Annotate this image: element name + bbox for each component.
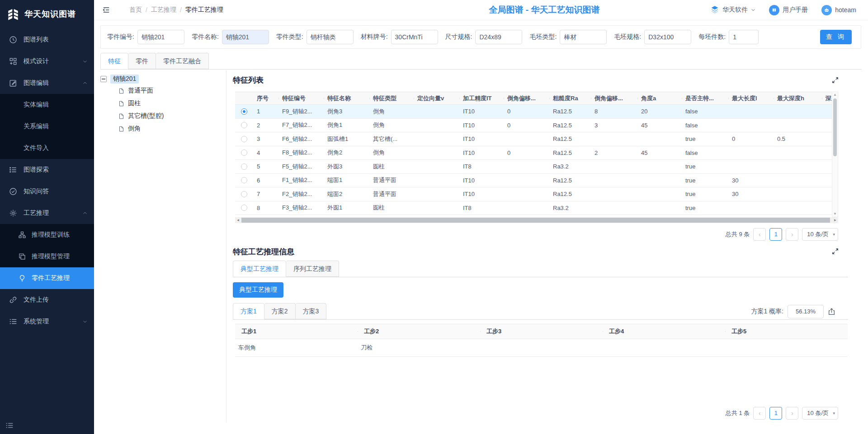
tree-node-1[interactable]: 圆柱 bbox=[118, 97, 223, 110]
breadcrumb-separator: / bbox=[180, 6, 182, 14]
scroll-right-arrow[interactable]: ► bbox=[832, 217, 838, 223]
horizontal-scrollbar[interactable]: ◄ ► bbox=[235, 217, 838, 223]
sidebar-item-0[interactable]: 图谱列表 bbox=[0, 29, 94, 51]
sidebar-item-label: 系统管理 bbox=[24, 317, 49, 326]
breadcrumb-item-0[interactable]: 首页 bbox=[129, 6, 142, 14]
plan-tab-1[interactable]: 方案2 bbox=[264, 303, 296, 319]
next-page-button[interactable]: › bbox=[786, 407, 798, 420]
sidebar-item-4[interactable]: 关系编辑 bbox=[0, 116, 94, 137]
probability-value: 56.13% bbox=[788, 305, 824, 318]
scroll-down-arrow[interactable]: ▼ bbox=[832, 211, 838, 217]
hscroll-thumb[interactable] bbox=[241, 218, 830, 223]
page-number[interactable]: 1 bbox=[769, 228, 782, 241]
row-radio[interactable] bbox=[241, 136, 247, 142]
page-number[interactable]: 1 bbox=[769, 407, 782, 420]
field-input[interactable]: D32x100 bbox=[644, 30, 691, 44]
field-input[interactable]: 销轴201 bbox=[137, 30, 184, 44]
clock-icon bbox=[9, 36, 17, 44]
row-radio[interactable] bbox=[241, 205, 247, 211]
field-input[interactable]: 30CrMnTi bbox=[391, 30, 438, 44]
sidebar-item-6[interactable]: 图谱探索 bbox=[0, 159, 94, 181]
user-manual-link[interactable]: 用户手册 bbox=[769, 5, 808, 15]
sidebar-item-11[interactable]: 零件工艺推理 bbox=[0, 267, 94, 289]
user-account[interactable]: hoteam bbox=[821, 5, 856, 15]
company-menu[interactable]: 华天软件 bbox=[710, 5, 755, 14]
view-tab-2[interactable]: 零件工艺融合 bbox=[156, 53, 209, 69]
inference-tab-1[interactable]: 序列工艺推理 bbox=[286, 261, 339, 277]
table-row[interactable]: 4F8_销轴2...倒角2倒角IT100Ra12.5245false bbox=[235, 146, 835, 160]
chevron-down-icon bbox=[82, 59, 88, 64]
row-radio[interactable] bbox=[241, 108, 247, 115]
table-row[interactable]: 2F7_销轴2...倒角1倒角IT100Ra12.5345false bbox=[235, 119, 835, 133]
inference-tab-0[interactable]: 典型工艺推理 bbox=[233, 261, 286, 277]
tree-root-node[interactable]: 销轴201 bbox=[100, 74, 223, 84]
table-row[interactable]: 6F1_销轴2...端面1普通平面IT10Ra12.5true30 bbox=[235, 174, 835, 188]
row-radio[interactable] bbox=[241, 149, 247, 156]
sidebar-item-9[interactable]: 推理模型训练 bbox=[0, 224, 94, 246]
sidebar-item-1[interactable]: 模式设计 bbox=[0, 51, 94, 72]
view-tab-1[interactable]: 零件 bbox=[128, 53, 156, 69]
sidebar-item-label: 推理模型管理 bbox=[32, 252, 70, 261]
field-input[interactable]: D24x89 bbox=[475, 30, 522, 44]
table-cell: true bbox=[682, 135, 728, 142]
table-row[interactable]: 3F6_销轴2...圆弧槽1其它槽(...IT10Ra12.5true00.5 bbox=[235, 132, 835, 146]
sidebar-collapse-icon[interactable] bbox=[5, 421, 14, 429]
field-label: 零件类型: bbox=[276, 33, 303, 41]
table-cell: true bbox=[682, 177, 728, 184]
table-row[interactable]: 5F5_销轴2...外圆3圆柱IT8Ra3.2true bbox=[235, 160, 835, 174]
scroll-up-arrow[interactable]: ▲ bbox=[832, 92, 838, 98]
sidebar-item-5[interactable]: 文件导入 bbox=[0, 137, 94, 159]
prev-page-button[interactable]: ‹ bbox=[753, 407, 766, 420]
breadcrumb-item-2[interactable]: 零件工艺推理 bbox=[185, 6, 223, 14]
row-radio[interactable] bbox=[241, 191, 247, 197]
sidebar-item-12[interactable]: 文件上传 bbox=[0, 289, 94, 311]
sidebar-item-3[interactable]: 实体编辑 bbox=[0, 94, 94, 116]
fullscreen-expand-icon-2[interactable] bbox=[832, 248, 839, 255]
tree-node-3[interactable]: 倒角 bbox=[118, 122, 223, 135]
row-radio[interactable] bbox=[241, 122, 247, 128]
query-button[interactable]: 查 询 bbox=[820, 30, 852, 44]
next-page-button[interactable]: › bbox=[786, 228, 798, 241]
sidebar-item-8[interactable]: 工艺推理 bbox=[0, 202, 94, 224]
row-radio[interactable] bbox=[241, 177, 247, 183]
fullscreen-expand-icon[interactable] bbox=[832, 77, 839, 84]
menu-fold-icon[interactable] bbox=[102, 6, 110, 14]
table-cell: 4 bbox=[253, 149, 278, 156]
sidebar-item-7[interactable]: 知识问答 bbox=[0, 181, 94, 202]
plan-tab-2[interactable]: 方案3 bbox=[296, 303, 327, 319]
plan-tab-0[interactable]: 方案1 bbox=[233, 303, 264, 319]
search-field-0: 零件编号: 销轴201 bbox=[107, 30, 184, 44]
sidebar-item-10[interactable]: 推理模型管理 bbox=[0, 246, 94, 267]
field-input[interactable]: 销轴201 bbox=[222, 30, 269, 44]
vertical-scrollbar[interactable]: ▲ ▼ bbox=[832, 92, 838, 217]
breadcrumb-item-1[interactable]: 工艺推理 bbox=[151, 6, 176, 14]
typical-inference-button[interactable]: 典型工艺推理 bbox=[233, 282, 283, 298]
tree-node-2[interactable]: 其它槽(型腔) bbox=[118, 110, 223, 122]
page-size-select[interactable]: 10 条/页▾ bbox=[802, 407, 838, 420]
table-row[interactable]: 8F3_销轴2...外圆1圆柱IT8Ra3.2true bbox=[235, 201, 835, 215]
sidebar-item-13[interactable]: 系统管理 bbox=[0, 311, 94, 332]
tree-root-label[interactable]: 销轴201 bbox=[110, 75, 139, 84]
export-icon[interactable] bbox=[828, 308, 835, 316]
vscroll-thumb[interactable] bbox=[833, 98, 837, 156]
row-radio[interactable] bbox=[241, 163, 247, 170]
field-input[interactable]: 棒材 bbox=[560, 30, 607, 44]
inference-info-title: 特征工艺推理信息 bbox=[233, 247, 294, 257]
sidebar-menu: 图谱列表模式设计图谱编辑实体编辑关系编辑文件导入图谱探索知识问答工艺推理推理模型… bbox=[0, 29, 94, 332]
field-input[interactable]: 1 bbox=[729, 30, 759, 44]
tree-collapse-icon[interactable] bbox=[100, 76, 107, 82]
tree-node-0[interactable]: 普通平面 bbox=[118, 84, 223, 97]
page-title: 全局图谱 - 华天工艺知识图谱 bbox=[489, 0, 600, 20]
view-tab-0[interactable]: 特征 bbox=[100, 53, 128, 69]
sidebar-item-2[interactable]: 图谱编辑 bbox=[0, 72, 94, 94]
scroll-left-arrow[interactable]: ◄ bbox=[235, 217, 241, 223]
table-row[interactable]: 7F2_销轴2...端面2普通平面IT10Ra12.5true30 bbox=[235, 187, 835, 201]
table-row[interactable]: 1F9_销轴2...倒角3倒角IT100Ra12.5820false bbox=[235, 105, 835, 119]
table-cell: IT10 bbox=[459, 135, 504, 142]
table-cell: IT10 bbox=[459, 122, 504, 129]
column-header: 特征名称 bbox=[324, 94, 369, 103]
page-size-select[interactable]: 10 条/页▾ bbox=[802, 228, 838, 241]
field-input[interactable]: 销杆轴类 bbox=[307, 30, 354, 44]
prev-page-button[interactable]: ‹ bbox=[753, 228, 766, 241]
feature-pagination: 总共 9 条 ‹ 1 › 10 条/页▾ bbox=[726, 228, 838, 241]
